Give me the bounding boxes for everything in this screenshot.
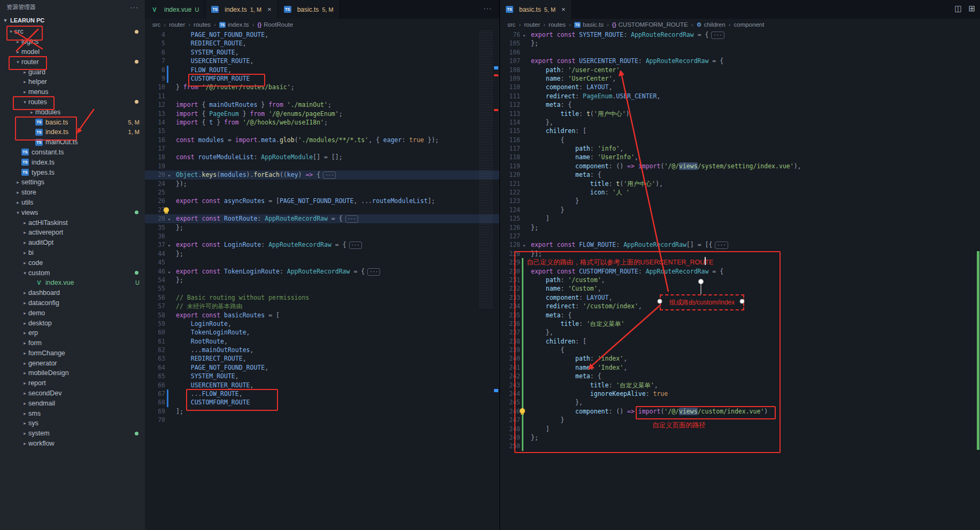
code-line[interactable]: 55 [145,284,499,293]
code-line[interactable]: 63 REDIRECT_ROUTE, [145,354,499,363]
tree-item-views[interactable]: ▾views [0,207,145,217]
code-line[interactable]: 125 ] [500,214,980,223]
breadcrumb-item-rootroute[interactable]: {}RootRoute [257,21,293,28]
fold-ellipsis[interactable]: ··· [715,241,728,249]
code-line[interactable]: 248 ] [500,425,980,433]
breadcrumb-item-children[interactable]: ⚙children [697,21,726,28]
tree-item-sms[interactable]: ▸sms [0,408,145,418]
code-line[interactable]: 228}]; [500,250,980,258]
code-line[interactable]: 36 [145,232,499,240]
code-line[interactable]: 233 component: LAYOUT, [500,293,980,302]
tree-item-index-vue[interactable]: Vindex.vueU [0,278,145,288]
code-line[interactable]: 17 [145,144,499,153]
tree-item-demo[interactable]: ▸demo [0,308,145,318]
tree-item-seconddev[interactable]: ▸secondDev [0,388,145,399]
code-line[interactable]: 126}; [500,223,980,232]
fold-chevron-icon[interactable]: ▸ [165,268,174,276]
tab-basic-ts[interactable]: TSbasic.ts5, M× [500,0,572,19]
code-line[interactable]: 250 [500,442,980,450]
tree-item-model[interactable]: ▸model [0,47,145,57]
code-line[interactable]: 18const routeModuleList: AppRouteModule[… [145,153,499,161]
code-line[interactable]: 111 redirect: PageEnum.USER_CENTER, [500,92,980,100]
code-editor[interactable]: 4 PAGE_NOT_FOUND_ROUTE,5 REDIRECT_ROUTE,… [145,30,499,530]
code-line[interactable]: 67 ...FLOW_ROUTE, [145,389,499,398]
code-line[interactable]: 128▸export const FLOW_ROUTE: AppRouteRec… [500,240,980,249]
code-line[interactable]: 35}; [145,223,499,232]
tree-item-settings[interactable]: ▸settings [0,177,145,188]
workspace-root[interactable]: ▾ LEARUN PC [0,14,145,27]
code-line[interactable]: 54}; [145,276,499,284]
editor-layout-icon[interactable]: ⊞ [968,4,975,13]
code-line[interactable]: 58export const basicRoutes = [ [145,311,499,319]
tree-item-logics[interactable]: ▸logics [0,37,145,47]
tree-item-custom[interactable]: ▾custom [0,268,145,278]
tree-item-menus[interactable]: ▸menus [0,87,145,97]
code-line[interactable]: 46▸export const TokenLoginRoute: AppRout… [145,267,499,276]
code-line[interactable]: 127 [500,232,980,240]
code-line[interactable]: 243 title: '自定义菜单', [500,381,980,389]
code-line[interactable]: 76▸export const SYSTEM_ROUTE: AppRouteRe… [500,30,980,39]
fold-ellipsis[interactable]: ··· [323,172,336,179]
code-line[interactable]: 247 } [500,416,980,424]
tree-item-bi[interactable]: ▸bi [0,248,145,258]
code-line[interactable]: 14import { t } from '/@/hooks/web/useI18… [145,118,499,127]
code-line[interactable]: 239 { [500,346,980,354]
code-line[interactable]: 45 [145,258,499,267]
code-line[interactable]: 24}); [145,180,499,188]
code-line[interactable]: 26export const asyncRoutes = [PAGE_NOT_F… [145,197,499,205]
code-line[interactable]: 234 redirect: '/custom/index', [500,302,980,310]
code-line[interactable]: 105}; [500,39,980,48]
tab-index-vue[interactable]: Vindex.vueU [145,0,205,19]
tree-item-form[interactable]: ▸form [0,338,145,348]
code-line[interactable]: 240 path: 'index', [500,354,980,363]
code-line[interactable]: 246 component: () => import('/@/views/cu… [500,407,980,416]
code-line[interactable]: 28▸export const RootRoute: AppRouteRecor… [145,214,499,223]
code-line[interactable]: 121 title: t('用户中心'), [500,180,980,188]
split-editor-icon[interactable]: ◫ [954,4,962,13]
explorer-more-actions-icon[interactable]: ··· [130,3,138,11]
code-line[interactable]: 16const modules = import.meta.glob('./mo… [145,136,499,144]
tree-item-index-ts[interactable]: TSindex.ts1, M [0,127,145,137]
code-line[interactable]: 4 PAGE_NOT_FOUND_ROUTE, [145,30,499,39]
minimap[interactable] [479,30,493,308]
code-line[interactable]: 109 name: 'UserCenter', [500,74,980,83]
fold-chevron-icon[interactable]: ▸ [165,215,174,223]
breadcrumb-item-router[interactable]: router [169,21,185,28]
code-line[interactable]: 15 [145,127,499,135]
code-line[interactable]: 238 children: [ [500,337,980,346]
code-line[interactable]: 65 SYSTEM_ROUTE, [145,372,499,380]
breadcrumb-item-router[interactable]: router [524,21,540,28]
code-line[interactable]: 122 icon: '人 ' [500,188,980,197]
close-icon[interactable]: × [267,6,272,13]
breadcrumb-item-src[interactable]: src [507,21,515,28]
tree-item-mobiledesign[interactable]: ▸mobileDesign [0,368,145,378]
tab-basic-ts[interactable]: TSbasic.ts5, M [278,0,340,19]
tree-item-router[interactable]: ▾router [0,57,145,67]
code-line[interactable]: 62 ...mainOutRoutes, [145,346,499,354]
code-line[interactable]: 9 CUSTOMFORM_ROUTE [145,74,499,83]
code-line[interactable]: 37▸export const LoginRoute: AppRouteReco… [145,240,499,249]
tree-item-sendmail[interactable]: ▸sendmail [0,398,145,408]
fold-chevron-icon[interactable]: ▸ [165,241,174,250]
code-line[interactable]: 106 [500,48,980,57]
tree-item-routes[interactable]: ▾routes [0,97,145,107]
code-line[interactable]: 27 [145,206,499,214]
code-line[interactable]: 115 children: [ [500,127,980,135]
code-line[interactable]: 116 { [500,136,980,144]
code-line[interactable]: 112 meta: { [500,100,980,109]
code-line[interactable]: 8 FLOW_ROUTE, [145,66,499,74]
breadcrumb-item-basic-ts[interactable]: TSbasic.ts [574,21,604,28]
code-line[interactable]: 25 [145,188,499,197]
fold-ellipsis[interactable]: ··· [367,268,380,276]
code-line[interactable]: 60 TokenLoginRoute, [145,328,499,337]
code-line[interactable]: 117 path: 'info', [500,144,980,153]
breadcrumb-item-routes[interactable]: routes [549,21,566,28]
tree-item-helper[interactable]: ▸helper [0,77,145,87]
tree-item-desktop[interactable]: ▸desktop [0,318,145,328]
code-line[interactable]: 236 title: '自定义菜单' [500,319,980,328]
code-line[interactable]: 6 SYSTEM_ROUTE, [145,48,499,57]
code-line[interactable]: 70 [145,416,499,424]
tree-item-types-ts[interactable]: TStypes.ts [0,167,145,177]
lightbulb-icon[interactable] [520,408,525,414]
code-line[interactable]: 64 PAGE_NOT_FOUND_ROUTE, [145,363,499,372]
